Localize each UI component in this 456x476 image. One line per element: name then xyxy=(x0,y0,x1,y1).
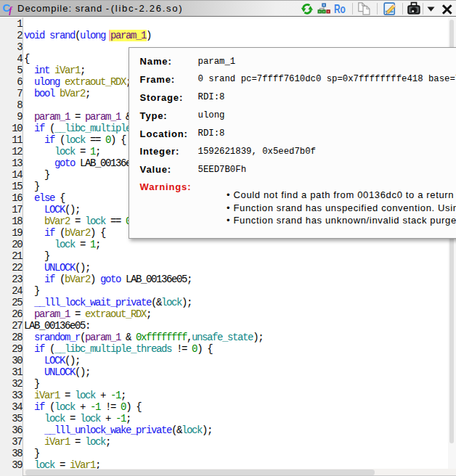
svg-text:f: f xyxy=(9,5,13,15)
